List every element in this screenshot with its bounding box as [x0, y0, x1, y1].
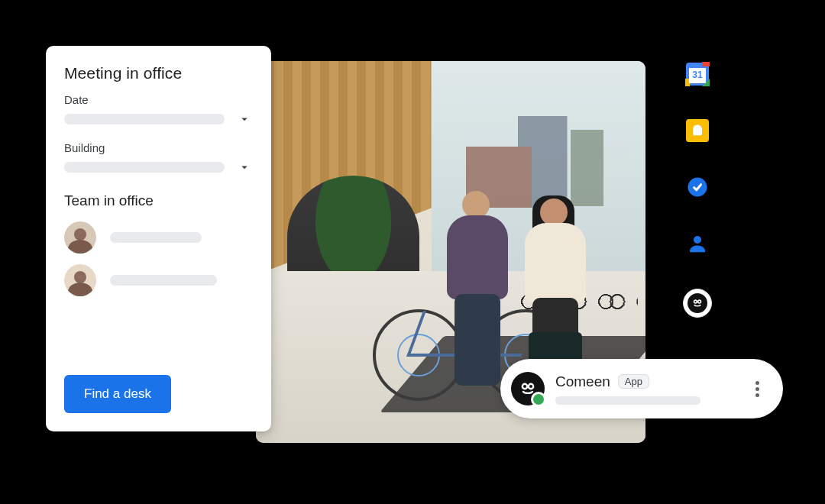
- contacts-icon[interactable]: [686, 232, 709, 255]
- side-rail: [683, 63, 712, 318]
- app-badge: App: [618, 374, 649, 389]
- team-header: Team in office: [64, 192, 253, 209]
- find-desk-button[interactable]: Find a desk: [64, 375, 171, 413]
- svg-point-1: [529, 384, 533, 389]
- svg-point-5: [698, 300, 701, 303]
- date-label: Date: [64, 93, 253, 106]
- chevron-down-icon: [238, 160, 251, 177]
- svg-point-0: [522, 384, 527, 389]
- building-select[interactable]: [64, 162, 253, 173]
- keep-icon[interactable]: [686, 119, 709, 142]
- team-member-row: [64, 264, 253, 296]
- building-value-placeholder: [64, 162, 225, 173]
- member-name-placeholder: [110, 232, 202, 243]
- meeting-card: Meeting in office Date Building Team in …: [46, 46, 271, 431]
- app-subtitle-placeholder: [555, 396, 700, 405]
- card-title: Meeting in office: [64, 64, 253, 82]
- tasks-icon[interactable]: [686, 176, 709, 199]
- member-name-placeholder: [110, 275, 217, 286]
- svg-point-3: [694, 236, 701, 244]
- comeen-app-pill[interactable]: Comeen App: [500, 359, 783, 418]
- chevron-down-icon: [238, 112, 251, 129]
- calendar-icon[interactable]: [686, 63, 709, 86]
- comeen-app-icon[interactable]: [683, 289, 712, 318]
- svg-point-4: [694, 300, 697, 303]
- avatar: [64, 221, 96, 254]
- avatar: [64, 264, 96, 296]
- building-label: Building: [64, 141, 253, 154]
- more-vert-icon[interactable]: [748, 381, 766, 397]
- app-name: Comeen: [555, 373, 610, 390]
- date-select[interactable]: [64, 114, 253, 124]
- date-value-placeholder: [64, 114, 225, 124]
- team-member-row: [64, 221, 253, 254]
- comeen-logo-icon: [511, 372, 545, 405]
